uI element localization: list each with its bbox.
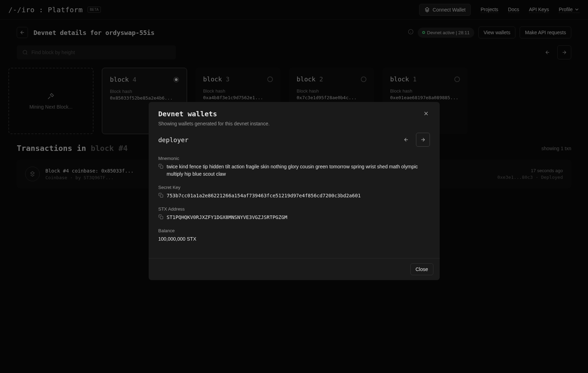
arrow-left-icon — [403, 137, 409, 142]
copy-stx-button[interactable] — [158, 214, 163, 221]
copy-mnemonic-button[interactable] — [158, 164, 163, 170]
wallet-pager — [399, 133, 430, 147]
wallet-next-button[interactable] — [416, 133, 430, 147]
arrow-right-icon — [420, 137, 426, 142]
close-icon — [423, 110, 429, 117]
balance-value: 100,000,000 STX — [158, 235, 430, 243]
secret-label: Secret Key — [158, 185, 430, 190]
modal-overlay: Devnet wallets Showing wallets generated… — [0, 0, 588, 373]
devnet-wallets-modal: Devnet wallets Showing wallets generated… — [149, 102, 440, 280]
copy-icon — [158, 214, 163, 219]
svg-rect-3 — [160, 195, 163, 197]
mnemonic-value: twice kind fence tip hidden tilt action … — [167, 163, 430, 178]
svg-rect-4 — [160, 216, 163, 219]
mnemonic-label: Mnemonic — [158, 156, 430, 161]
copy-icon — [158, 164, 163, 169]
modal-title: Devnet wallets — [158, 110, 270, 118]
copy-icon — [158, 193, 163, 198]
stx-value: ST1PQHQKV0RJXZFY1DGX8MNSNYVE3VGZJSRTPGZG… — [167, 214, 288, 221]
wallet-prev-button[interactable] — [399, 133, 413, 147]
modal-subtitle: Showing wallets generated for this devne… — [158, 121, 270, 126]
svg-rect-2 — [160, 166, 163, 168]
close-modal-button[interactable] — [422, 110, 430, 119]
copy-secret-button[interactable] — [158, 193, 163, 199]
close-button[interactable]: Close — [410, 263, 433, 275]
balance-label: Balance — [158, 228, 430, 233]
secret-value: 753b7cc01a1a2e86221266a154af739463fce512… — [167, 192, 361, 199]
wallet-name: deployer — [158, 136, 189, 144]
stx-label: STX Address — [158, 206, 430, 212]
